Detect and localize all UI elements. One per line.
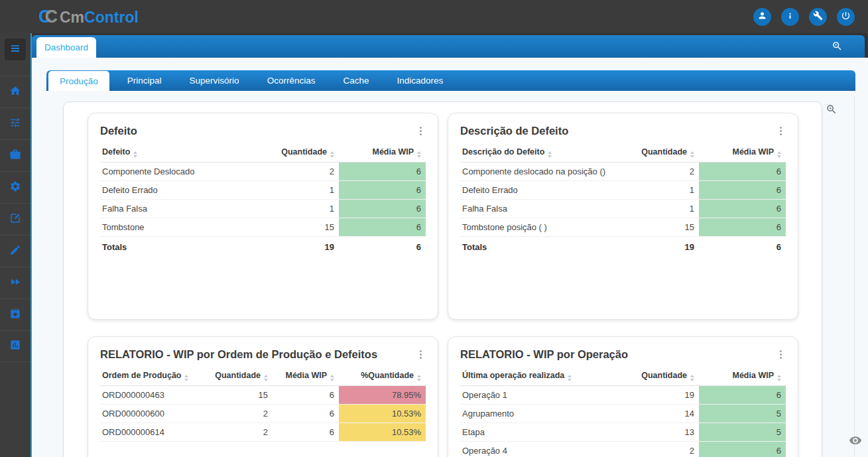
sort-icon (264, 375, 268, 381)
column-header[interactable]: Ordem de Produção (100, 367, 198, 386)
brand-name-blue: Control (84, 9, 139, 27)
cell: 6 (339, 163, 426, 181)
column-header[interactable]: Média WIP (699, 143, 786, 163)
sort-icon (690, 151, 694, 158)
column-header[interactable]: Defeito (100, 143, 253, 163)
column-header[interactable]: %Quantidade (339, 367, 426, 386)
cell: Agrupamento (460, 405, 613, 423)
cell: Tombstone (100, 218, 253, 237)
column-label: Quantidade (215, 371, 261, 380)
wip-production-order-table: Ordem de ProduçãoQuantidadeMédia WIP%Qua… (100, 367, 426, 442)
column-header[interactable]: Quantidade (613, 367, 699, 386)
cell: 2 (253, 163, 339, 181)
sidebar-menu-toggle[interactable] (5, 38, 26, 60)
cell: ORD000000463 (100, 386, 198, 405)
kebab-menu-icon[interactable] (776, 347, 786, 362)
column-label: Quantidade (281, 147, 327, 157)
sort-icon (330, 375, 334, 381)
panel-zoom-in-icon[interactable] (826, 103, 837, 118)
sort-icon (777, 375, 781, 381)
table-row: Falha Falsa16 (100, 200, 426, 218)
column-header[interactable]: Média WIP (339, 143, 426, 163)
cell: 6 (339, 237, 426, 257)
gears-icon (9, 180, 21, 195)
eye-icon[interactable] (849, 436, 862, 448)
tab-dashboard[interactable]: Dashboard (36, 37, 96, 58)
bar-chart-icon (9, 339, 21, 354)
sidebar-item-edit[interactable] (0, 203, 31, 235)
sidebar-item-write[interactable] (0, 235, 31, 267)
cell: 5 (699, 423, 786, 442)
sort-icon (568, 375, 572, 381)
sidebar-item-forward[interactable] (0, 267, 31, 298)
cell: 10.53% (339, 423, 426, 442)
tab-supervisorio[interactable]: Supervisório (176, 70, 253, 91)
cell: 1 (613, 200, 699, 218)
fast-forward-icon (9, 276, 21, 291)
power-button[interactable] (837, 8, 855, 26)
sidebar-item-jobs[interactable] (0, 139, 31, 171)
sort-icon (417, 375, 421, 381)
sort-icon (133, 151, 137, 158)
tab-principal[interactable]: Principal (113, 70, 176, 91)
tab-indicadores[interactable]: Indicadores (383, 70, 457, 91)
sort-icon (548, 151, 552, 158)
wrench-icon (813, 11, 823, 23)
tools-button[interactable] (809, 8, 827, 26)
app-header: C C Cm Control (0, 0, 868, 33)
table-row: Operação 1196 (460, 386, 786, 405)
tab-cache[interactable]: Cache (329, 70, 383, 91)
tab-label: Produção (60, 76, 98, 86)
column-label: Média WIP (285, 371, 327, 380)
cell: 6 (699, 218, 786, 237)
column-header[interactable]: Quantidade (198, 367, 273, 386)
sidebar-item-archive[interactable] (0, 298, 31, 330)
info-button[interactable] (781, 8, 799, 26)
column-header[interactable]: Quantidade (613, 143, 699, 163)
sidebar-item-reports[interactable] (0, 330, 31, 362)
cell: Operação 1 (460, 386, 613, 405)
cell: 1 (253, 200, 339, 218)
kebab-menu-icon[interactable] (416, 123, 426, 139)
table-row: Etapa135 (460, 423, 786, 442)
tab-label: Principal (127, 76, 162, 86)
brand-logo: C C Cm Control (38, 7, 139, 27)
table-row: Falha Falsa16 (460, 200, 786, 218)
user-button[interactable] (753, 8, 771, 26)
table-row: Defeito Errado16 (460, 181, 786, 200)
column-header[interactable]: Descrição do Defeito (460, 143, 613, 163)
tab-label: Ocorrências (267, 76, 316, 86)
cell: 19 (613, 237, 699, 257)
cell: 78.95% (339, 386, 426, 405)
column-header[interactable]: Média WIP (699, 367, 786, 386)
cell: 1 (613, 181, 699, 200)
cell: 6 (699, 237, 786, 257)
tab-ocorrencias[interactable]: Ocorrências (253, 70, 330, 91)
power-icon (841, 11, 851, 23)
column-header[interactable]: Média WIP (273, 367, 339, 386)
table-row: Componente deslocado na posição ()26 (460, 163, 786, 181)
column-header[interactable]: Quantidade (253, 143, 339, 163)
cell: 2 (613, 163, 699, 181)
kebab-menu-icon[interactable] (416, 347, 426, 362)
cell: 1 (253, 181, 339, 200)
cell: Componente Deslocado (100, 163, 253, 181)
totals-row: Totals196 (100, 237, 426, 257)
edit-square-icon (9, 212, 21, 227)
cell: 10.53% (339, 405, 426, 423)
sidebar-item-parameters[interactable] (0, 107, 31, 139)
cell: Etapa (460, 423, 613, 442)
table-header-row: Ordem de ProduçãoQuantidadeMédia WIP%Qua… (100, 367, 426, 386)
tune-icon (9, 117, 21, 131)
sidebar-item-settings[interactable] (0, 171, 31, 203)
column-label: Última operação realizada (462, 371, 564, 380)
kebab-menu-icon[interactable] (776, 123, 786, 139)
sort-icon (417, 151, 421, 158)
cell: 6 (699, 163, 786, 181)
user-icon (757, 11, 767, 23)
sidebar-item-home[interactable] (0, 76, 31, 107)
tab-producao[interactable]: Produção (48, 71, 109, 91)
zoom-in-icon[interactable] (832, 40, 843, 54)
column-header[interactable]: Última operação realizada (460, 367, 613, 386)
card-wip-ordem-producao: RELATORIO - WIP por Ordem de Produção e … (88, 336, 438, 457)
